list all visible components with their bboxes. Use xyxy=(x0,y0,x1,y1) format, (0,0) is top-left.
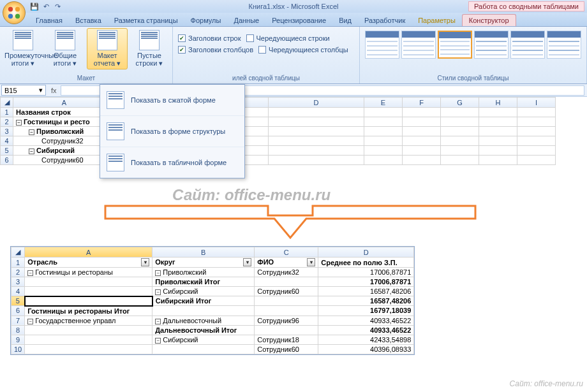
collapse-icon[interactable]: − xyxy=(27,319,33,324)
row-headers-checkbox[interactable]: ✔Заголовки строк xyxy=(175,33,244,43)
office-button[interactable] xyxy=(3,1,26,24)
cell[interactable]: 17006,87871 xyxy=(318,277,414,287)
style-swatch[interactable] xyxy=(365,31,399,59)
col-header[interactable]: D xyxy=(318,247,414,258)
col-header[interactable]: H xyxy=(479,98,517,108)
row-header[interactable]: 3 xyxy=(11,277,25,287)
cell[interactable]: Гостиницы и рестораны Итог xyxy=(25,306,152,316)
cell[interactable]: −Государственное управл xyxy=(25,316,152,325)
style-swatch[interactable] xyxy=(547,31,581,59)
row-header[interactable]: 4 xyxy=(1,136,13,146)
row-header[interactable]: 5 xyxy=(1,146,13,156)
row-header[interactable]: 9 xyxy=(11,335,25,344)
row-header[interactable]: 5 xyxy=(11,296,25,306)
collapse-icon[interactable]: − xyxy=(16,120,22,126)
layout-compact-item[interactable]: Показать в сжатой форме xyxy=(100,85,244,116)
col-header[interactable]: B xyxy=(152,247,255,258)
row-header[interactable]: 6 xyxy=(1,156,13,165)
cell[interactable] xyxy=(25,344,152,354)
row-header[interactable]: 3 xyxy=(1,127,13,136)
style-swatch-selected[interactable] xyxy=(438,31,472,59)
layout-tabular-item[interactable]: Показать в табличной форме xyxy=(100,147,244,178)
collapse-icon[interactable]: − xyxy=(155,319,161,324)
tab-developer[interactable]: Разработчик xyxy=(358,15,412,26)
grandtotals-button[interactable]: Общие итоги ▾ xyxy=(45,28,85,69)
cell[interactable]: Дальневосточный Итог xyxy=(152,325,255,335)
row-header[interactable]: 6 xyxy=(11,306,25,316)
pivot-styles-gallery[interactable] xyxy=(362,28,584,74)
cell[interactable]: Отрасль▾ xyxy=(25,258,152,268)
cell[interactable]: 16587,48206 xyxy=(318,296,414,306)
cell[interactable]: Сотрудник96 xyxy=(255,316,318,325)
row-header[interactable]: 4 xyxy=(11,287,25,296)
collapse-icon[interactable]: − xyxy=(155,270,161,276)
col-header[interactable]: G xyxy=(441,98,479,108)
filter-icon[interactable]: ▾ xyxy=(243,258,251,266)
col-headers-checkbox[interactable]: ✔Заголовки столбцов xyxy=(175,45,256,55)
cell[interactable]: 17006,87871 xyxy=(318,268,414,277)
tab-insert[interactable]: Вставка xyxy=(69,15,108,26)
row-header[interactable]: 10 xyxy=(11,344,25,354)
row-header[interactable]: 2 xyxy=(11,268,25,277)
col-header[interactable]: F xyxy=(403,98,441,108)
cell[interactable]: 40933,46522 xyxy=(318,316,414,325)
tab-home[interactable]: Главная xyxy=(29,15,69,26)
banded-cols-checkbox[interactable]: Чередующиеся столбцы xyxy=(256,45,351,55)
collapse-icon[interactable]: − xyxy=(29,149,34,154)
tab-view[interactable]: Вид xyxy=(332,15,358,26)
col-header[interactable]: D xyxy=(269,98,364,108)
subtotals-button[interactable]: Промежуточные итоги ▾ xyxy=(3,28,43,69)
cell[interactable]: −Сибирский xyxy=(152,287,255,296)
cell[interactable]: Сибирский Итог xyxy=(152,296,255,306)
row-header[interactable]: 7 xyxy=(11,316,25,325)
tab-data[interactable]: Данные xyxy=(227,15,265,26)
cell[interactable]: 40396,08933 xyxy=(318,344,414,354)
cell[interactable]: 40933,46522 xyxy=(318,325,414,335)
style-swatch[interactable] xyxy=(474,31,509,59)
collapse-icon[interactable]: − xyxy=(29,129,34,135)
cell[interactable] xyxy=(255,325,318,335)
report-layout-button[interactable]: Макет отчета ▾ xyxy=(87,28,128,69)
cell[interactable]: 42433,54898 xyxy=(318,335,414,344)
banded-rows-checkbox[interactable]: Чередующиеся строки xyxy=(244,33,332,43)
cell[interactable] xyxy=(25,325,152,335)
cell[interactable] xyxy=(25,335,152,344)
cell[interactable] xyxy=(25,277,152,287)
style-swatch[interactable] xyxy=(510,31,545,59)
row-header[interactable]: 8 xyxy=(11,325,25,335)
row-header[interactable]: 1 xyxy=(1,108,13,117)
filter-icon[interactable]: ▾ xyxy=(141,258,149,266)
row-header[interactable]: 1 xyxy=(11,258,25,268)
selected-cell[interactable] xyxy=(25,296,152,306)
tab-options[interactable]: Параметры xyxy=(412,15,462,26)
select-all-corner[interactable]: ◢ xyxy=(11,247,25,258)
cell[interactable] xyxy=(25,287,152,296)
cell[interactable]: Приволжский Итог xyxy=(152,277,255,287)
name-box[interactable]: B15▾ xyxy=(1,85,46,96)
cell[interactable]: 16797,18039 xyxy=(318,306,414,316)
row-header[interactable]: 2 xyxy=(1,117,13,127)
tab-formulas[interactable]: Формулы xyxy=(184,15,228,26)
cell[interactable] xyxy=(255,296,318,306)
tab-review[interactable]: Рецензирование xyxy=(265,15,332,26)
col-header[interactable]: C xyxy=(255,247,318,258)
cell[interactable]: Сотрудник32 xyxy=(255,268,318,277)
style-swatch[interactable] xyxy=(401,31,436,59)
cell[interactable]: −Приволжский xyxy=(152,268,255,277)
collapse-icon[interactable]: − xyxy=(27,270,33,276)
cell[interactable]: Сотрудник18 xyxy=(255,335,318,344)
save-icon[interactable]: 💾 xyxy=(29,1,40,11)
redo-icon[interactable]: ↷ xyxy=(52,1,63,11)
cell[interactable] xyxy=(152,306,255,316)
collapse-icon[interactable]: − xyxy=(155,338,161,344)
layout-outline-item[interactable]: Показать в форме структуры xyxy=(100,116,244,147)
cell[interactable]: Сотрудник60 xyxy=(255,344,318,354)
cell[interactable]: −Гостиницы и рестораны xyxy=(25,268,152,277)
cell[interactable]: Сотрудник60 xyxy=(255,287,318,296)
col-header[interactable]: E xyxy=(364,98,403,108)
chevron-down-icon[interactable]: ▾ xyxy=(39,86,43,94)
cell[interactable]: −Сибирский xyxy=(152,335,255,344)
filter-icon[interactable]: ▾ xyxy=(307,258,315,266)
cell[interactable]: −Дальневосточный xyxy=(152,316,255,325)
result-grid[interactable]: ◢ A B C D 1 Отрасль▾ Округ▾ ФИО▾ Среднее… xyxy=(11,247,414,354)
